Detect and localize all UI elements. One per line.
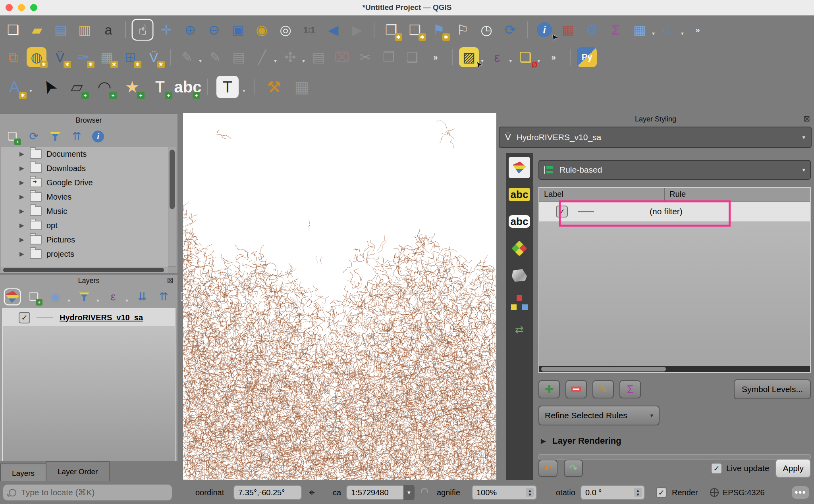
new-temporary-scratch-layer-icon[interactable]: ▦✱ bbox=[97, 47, 117, 67]
zoom-last-icon[interactable]: ◀ bbox=[323, 20, 343, 40]
expand-arrow-icon[interactable]: ▶ bbox=[19, 165, 25, 172]
spinner-arrows-icon[interactable]: ▲▼ bbox=[526, 488, 534, 497]
rule-statistics-button[interactable]: Σ bbox=[619, 380, 641, 398]
zoom-out-icon[interactable]: ⊖ bbox=[204, 20, 224, 40]
new-virtual-layer-icon[interactable]: ⊞✱ bbox=[120, 47, 140, 67]
close-window-button[interactable] bbox=[6, 4, 13, 11]
show-layout-manager-icon[interactable]: ❑✱ bbox=[405, 20, 425, 40]
collapse-all-layers-icon[interactable]: ⇈ bbox=[156, 289, 171, 304]
layer-rendering-section[interactable]: ▶ Layer Rendering bbox=[538, 436, 811, 446]
browser-item-google-drive[interactable]: ▶Google Drive bbox=[1, 175, 168, 190]
expand-arrow-icon[interactable]: ▶ bbox=[19, 193, 25, 200]
open-layer-styling-dock-icon[interactable] bbox=[5, 289, 20, 304]
pan-to-selection-icon[interactable]: ✛ bbox=[156, 20, 176, 40]
refine-selected-rules-button[interactable]: Refine Selected Rules ▾ bbox=[538, 406, 660, 425]
current-edits-dropdown-icon[interactable]: ▾ bbox=[199, 58, 202, 64]
zoom-window-button[interactable] bbox=[30, 4, 37, 11]
layer-item-hydrorivers[interactable]: ✓ HydroRIVERS_v10_sa bbox=[3, 309, 175, 326]
show-statistics-icon[interactable]: Σ bbox=[606, 20, 626, 40]
text-balloon-annotation-icon[interactable]: T bbox=[216, 76, 239, 98]
browser-horizontal-scrollbar[interactable] bbox=[1, 267, 168, 273]
select-by-expression-dropdown-icon[interactable]: ▾ bbox=[509, 58, 512, 64]
filter-by-expression-icon[interactable]: ε bbox=[106, 289, 121, 304]
symbology-tab-icon[interactable] bbox=[509, 157, 530, 178]
collapse-all-icon[interactable]: ⇈ bbox=[69, 129, 84, 144]
layers-close-icon[interactable]: ⊠ bbox=[167, 276, 174, 284]
modify-annotations-icon[interactable]: ➤ bbox=[38, 76, 60, 98]
marker-annotation-icon[interactable]: ★+ bbox=[121, 76, 143, 98]
expand-arrow-icon[interactable]: ▶ bbox=[19, 236, 25, 243]
expand-arrow-icon[interactable]: ▶ bbox=[19, 179, 25, 186]
select-features-icon[interactable]: ▨ bbox=[459, 47, 479, 67]
project-properties-icon[interactable]: ▥ bbox=[75, 20, 95, 40]
browser-item-downloads[interactable]: ▶Downloads bbox=[1, 161, 168, 175]
messages-button[interactable]: ••• bbox=[792, 486, 809, 499]
extents-mouse-icon[interactable]: ⌖ bbox=[309, 487, 315, 499]
column-label[interactable]: Label bbox=[539, 188, 665, 201]
properties-widget-icon[interactable]: i bbox=[91, 129, 106, 144]
processing-toolbox-icon[interactable]: ⚙ bbox=[582, 20, 602, 40]
symbol-levels-button[interactable]: Symbol Levels... bbox=[734, 379, 811, 399]
new-print-layout-icon[interactable]: ❐✱ bbox=[381, 20, 401, 40]
render-checkbox[interactable]: ✓ bbox=[656, 487, 667, 498]
browser-item-music[interactable]: ▶Music bbox=[1, 204, 168, 218]
browser-item-pictures[interactable]: ▶Pictures bbox=[1, 233, 168, 247]
toolbar-extension-3-icon[interactable]: » bbox=[544, 47, 563, 67]
measure-line-dropdown-icon[interactable]: ▾ bbox=[681, 30, 684, 37]
zoom-to-layer-icon[interactable]: ◎ bbox=[276, 20, 295, 40]
filter-legend-icon[interactable] bbox=[77, 289, 92, 304]
polygon-annotation-icon[interactable]: ▱+ bbox=[66, 76, 88, 98]
statistical-summary-icon[interactable]: ▦ bbox=[558, 20, 578, 40]
filter-by-expression-dropdown-icon[interactable]: ▾ bbox=[125, 297, 128, 304]
python-console-icon[interactable]: Py bbox=[577, 47, 597, 67]
new-geopackage-layer-icon[interactable]: V̈✱ bbox=[50, 47, 70, 67]
new-shapefile-layer-icon[interactable]: ✑✱ bbox=[73, 47, 93, 67]
style-manager-icon[interactable]: a bbox=[98, 20, 118, 40]
text-balloon-annotation-dropdown-icon[interactable]: ▾ bbox=[243, 87, 245, 94]
show-spatial-bookmarks-icon[interactable]: ⚐ bbox=[453, 20, 473, 40]
minimize-window-button[interactable] bbox=[18, 4, 25, 11]
zoom-in-icon[interactable]: ⊕ bbox=[180, 20, 200, 40]
add-rule-button[interactable]: ✚ bbox=[538, 380, 560, 398]
refresh-map-icon[interactable]: ⟳ bbox=[500, 20, 520, 40]
text-annotation-icon[interactable]: T+ bbox=[149, 76, 171, 98]
manage-map-themes-dropdown-icon[interactable]: ▾ bbox=[68, 297, 70, 304]
filter-browser-icon[interactable] bbox=[48, 129, 63, 144]
crs-value[interactable]: EPSG:4326 bbox=[723, 488, 765, 497]
live-update-checkbox[interactable]: ✓ bbox=[711, 463, 722, 474]
add-layer-icon[interactable]: ◍✱ bbox=[27, 47, 46, 67]
add-line-feature-dropdown-icon[interactable]: ▾ bbox=[274, 58, 277, 64]
renderer-dropdown[interactable]: Rule-based ▾ bbox=[538, 160, 811, 180]
remove-rule-button[interactable] bbox=[565, 380, 587, 398]
zoom-to-selection-icon[interactable]: ◉ bbox=[252, 20, 272, 40]
expand-arrow-icon[interactable]: ▶ bbox=[19, 250, 25, 258]
save-project-icon[interactable]: ▤ bbox=[51, 20, 71, 40]
expand-arrow-icon[interactable]: ▶ bbox=[19, 222, 25, 229]
open-attribute-table-icon[interactable]: ▦ bbox=[630, 20, 650, 40]
labels-tab-icon[interactable]: abc bbox=[509, 184, 530, 205]
manage-map-themes-icon[interactable]: ◉ bbox=[48, 289, 63, 304]
coordinate-input[interactable]: 7.35°,-60.25° bbox=[233, 485, 302, 500]
new-spatialite-layer-icon[interactable]: V̈✱ bbox=[144, 47, 164, 67]
locator-search-input[interactable]: Type to locate (⌘K) bbox=[3, 485, 172, 500]
measure-line-icon[interactable]: ▭ bbox=[659, 20, 679, 40]
layer-visibility-checkbox[interactable]: ✓ bbox=[19, 312, 30, 323]
browser-vertical-scrollbar[interactable] bbox=[168, 147, 176, 267]
globe-crs-icon[interactable] bbox=[710, 488, 719, 497]
rotation-spinbox[interactable]: 0.0 ° ▲▼ bbox=[581, 485, 645, 500]
expand-all-icon[interactable]: ⇊ bbox=[135, 289, 150, 304]
browser-item-opt[interactable]: ▶opt bbox=[1, 218, 168, 233]
history-tab-icon[interactable]: ⇄ bbox=[509, 319, 530, 340]
tab-layer-order[interactable]: Layer Order bbox=[46, 461, 110, 483]
annotation-layer-dropdown-icon[interactable]: ▾ bbox=[29, 87, 32, 94]
undo-style-button[interactable]: ↶ bbox=[538, 460, 557, 477]
diagrams-tab-icon[interactable] bbox=[509, 265, 530, 286]
line-annotation-icon[interactable]: ◠+ bbox=[93, 76, 116, 98]
pan-map-icon[interactable]: ☝ bbox=[133, 20, 152, 40]
new-project-icon[interactable]: ❏ bbox=[3, 20, 23, 40]
rules-table-hscrollbar[interactable] bbox=[539, 366, 810, 372]
refresh-browser-icon[interactable]: ⟳ bbox=[26, 129, 41, 144]
magnifier-spinbox[interactable]: 100% ▲▼ bbox=[472, 485, 537, 500]
tab-layers[interactable]: Layers bbox=[0, 464, 46, 483]
spinner-arrows-icon[interactable]: ▲▼ bbox=[634, 488, 642, 497]
